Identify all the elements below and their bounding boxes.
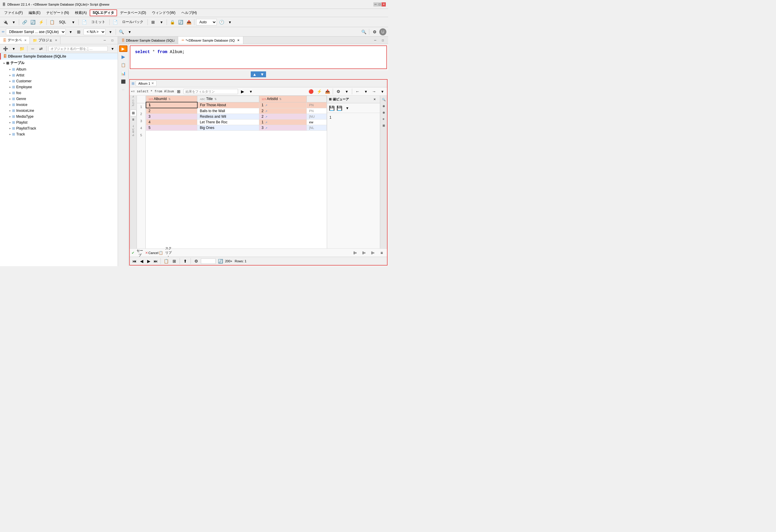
- cell-artistid-1[interactable]: 1 ↗: [259, 102, 307, 108]
- col-extra-header[interactable]: [307, 96, 327, 103]
- value-save2-btn[interactable]: 💾: [336, 105, 343, 112]
- analyze-btn[interactable]: 📊: [120, 70, 127, 77]
- script-action-btn[interactable]: スクリプト: [165, 249, 172, 256]
- search-dropdown-btn[interactable]: ▾: [126, 28, 133, 35]
- editor-minimize-btn[interactable]: ─: [372, 37, 379, 44]
- cell-albumid-1[interactable]: 1: [146, 102, 197, 108]
- connect-btn[interactable]: 🔗: [21, 19, 28, 26]
- filter-run-btn[interactable]: ▶: [239, 88, 246, 95]
- save-action-btn[interactable]: セーブ: [136, 249, 143, 256]
- disconnect-btn[interactable]: 🔄: [29, 19, 36, 26]
- rollback-btn-icon[interactable]: 📄: [112, 19, 119, 26]
- new-connection-btn[interactable]: 🔌: [2, 19, 9, 26]
- menu-database[interactable]: データベース(D): [117, 9, 149, 16]
- history-dropdown[interactable]: ▾: [226, 19, 233, 26]
- reconnect-btn[interactable]: ⚡: [37, 19, 44, 26]
- results-settings-btn[interactable]: ⚙: [335, 88, 342, 95]
- tab-project[interactable]: 📁 プロジェ ✕: [30, 37, 60, 44]
- filter-icon-btn[interactable]: ⚡: [316, 88, 323, 95]
- cell-artistid-3[interactable]: 2 ↗: [259, 114, 307, 120]
- nav-expand-btn[interactable]: ⊞: [171, 257, 178, 265]
- sidebar-icon3[interactable]: ⊕: [381, 110, 386, 115]
- col-layout-btn2[interactable]: ⊫: [360, 249, 368, 256]
- schema-dropdown-btn[interactable]: ▾: [107, 28, 114, 35]
- sync-btn[interactable]: ⇄: [37, 45, 44, 52]
- results-tab-close[interactable]: ✕: [151, 81, 154, 85]
- cell-title-3[interactable]: Restless and Wil: [197, 114, 259, 120]
- export-btn[interactable]: 📤: [185, 19, 192, 26]
- list-view-btn[interactable]: ≡: [130, 116, 137, 123]
- tree-invoiceline[interactable]: ⊞ InvoiceLine: [0, 108, 118, 114]
- panel-maximize-btn[interactable]: □: [109, 37, 116, 44]
- collapse-btn[interactable]: ▾: [10, 45, 17, 52]
- nav-forward-dropdown[interactable]: ▾: [379, 88, 386, 95]
- table-row[interactable]: 1 For Those About 1 ↗ PN: [146, 102, 327, 108]
- run-query-btn[interactable]: ▶: [119, 45, 128, 52]
- tree-employee[interactable]: ⊞ Employee: [0, 84, 118, 90]
- col-artistid-header[interactable]: 123 ArtistId ⇅: [259, 96, 307, 103]
- new-editor-btn[interactable]: 📋: [48, 19, 55, 26]
- cell-title-4[interactable]: Let There Be Roc: [197, 120, 259, 125]
- nav-forward-btn[interactable]: →: [370, 88, 378, 95]
- col-title-header[interactable]: ABC Title ⇅: [197, 96, 259, 103]
- nav-copy-btn[interactable]: 📋: [163, 257, 170, 265]
- grid-view-btn[interactable]: ⊞: [130, 110, 137, 116]
- menu-help[interactable]: ヘルプ(H): [178, 9, 200, 16]
- tab-database[interactable]: 🗄 データベ ✕: [0, 37, 30, 44]
- nav-first-btn[interactable]: ⏮: [132, 258, 138, 264]
- close-button[interactable]: ✕: [382, 2, 386, 6]
- expand-view-btn[interactable]: ⊞: [175, 88, 182, 95]
- sql-dropdown-btn[interactable]: ▾: [69, 19, 77, 26]
- export-results-btn[interactable]: 📤: [324, 88, 331, 95]
- run-script-btn[interactable]: ▶: [120, 53, 127, 60]
- sidebar-icon1[interactable]: 🔍: [381, 97, 386, 102]
- scroll-down-btn[interactable]: ▼: [258, 71, 266, 77]
- results-settings-dropdown[interactable]: ▾: [343, 88, 350, 95]
- results-tab[interactable]: Album 1 ✕: [136, 80, 157, 86]
- more-btn[interactable]: ...: [122, 87, 124, 91]
- table-section[interactable]: ⊞ テーブル: [0, 59, 118, 66]
- nav-upload-btn[interactable]: ⬆: [182, 257, 189, 265]
- results-filter-input[interactable]: [183, 89, 238, 94]
- table-row[interactable]: 2 Balls to the Wall 2 ↗ PN: [146, 108, 327, 114]
- page-size-input[interactable]: 200: [201, 258, 216, 264]
- tree-artist[interactable]: ⊞ Artist: [0, 72, 118, 78]
- tree-playlist[interactable]: ⊞ Playlist: [0, 120, 118, 125]
- history-btn[interactable]: 🕐: [218, 19, 225, 26]
- filter-btn[interactable]: ▾: [109, 45, 116, 52]
- menu-search[interactable]: 検索(A): [72, 9, 90, 16]
- format-dropdown[interactable]: ▾: [158, 19, 165, 26]
- cell-albumid-5[interactable]: 5: [146, 125, 197, 131]
- object-search-input[interactable]: [48, 46, 108, 51]
- commit-btn[interactable]: コミット: [89, 19, 108, 25]
- tree-album[interactable]: ⊞ Album: [0, 66, 118, 72]
- minimize-button[interactable]: ─: [373, 2, 378, 6]
- filter-dropdown-btn[interactable]: ▾: [247, 88, 254, 95]
- col-layout-btn1[interactable]: ⊫: [352, 249, 359, 256]
- menu-edit[interactable]: 編集(E): [26, 9, 43, 16]
- folder-btn[interactable]: 📁: [18, 45, 25, 52]
- clear-filters-btn[interactable]: 🔴: [307, 88, 315, 95]
- cell-albumid-4[interactable]: 4: [146, 120, 197, 125]
- col-layout-btn3[interactable]: ⊫: [369, 249, 376, 256]
- table-row[interactable]: 5 Big Ones 3 ↗ [NL: [146, 125, 327, 131]
- cancel-action-btn[interactable]: Cancel: [150, 249, 157, 256]
- project-tab-close[interactable]: ✕: [55, 39, 57, 42]
- sidebar-icon5[interactable]: ⊞: [381, 123, 386, 128]
- tree-mediatype[interactable]: ⊞ MediaType: [0, 114, 118, 120]
- auto-select[interactable]: Auto: [196, 19, 217, 25]
- cell-albumid-3[interactable]: 3: [146, 114, 197, 120]
- db-root-item[interactable]: 🗄 DBeaver Sample Database (SQLite: [0, 53, 118, 59]
- sql-label-btn[interactable]: SQL: [57, 19, 68, 25]
- value-dropdown-btn[interactable]: ▾: [344, 105, 351, 112]
- sidebar-icon4[interactable]: ≡: [381, 116, 386, 122]
- value-save-btn[interactable]: 💾: [328, 105, 335, 112]
- schema-select[interactable]: < N/A >: [83, 29, 106, 35]
- menu-window[interactable]: ウィンドウ(W): [149, 9, 178, 16]
- title-sort-icon[interactable]: ⇅: [214, 98, 217, 101]
- scroll-up-btn[interactable]: ▲: [251, 71, 258, 77]
- cell-artistid-2[interactable]: 2 ↗: [259, 108, 307, 114]
- nav-config-btn[interactable]: ⚙: [193, 257, 200, 265]
- tree-track[interactable]: ⊞ Track: [0, 131, 118, 137]
- disconnect-panel-btn[interactable]: ═: [29, 45, 36, 52]
